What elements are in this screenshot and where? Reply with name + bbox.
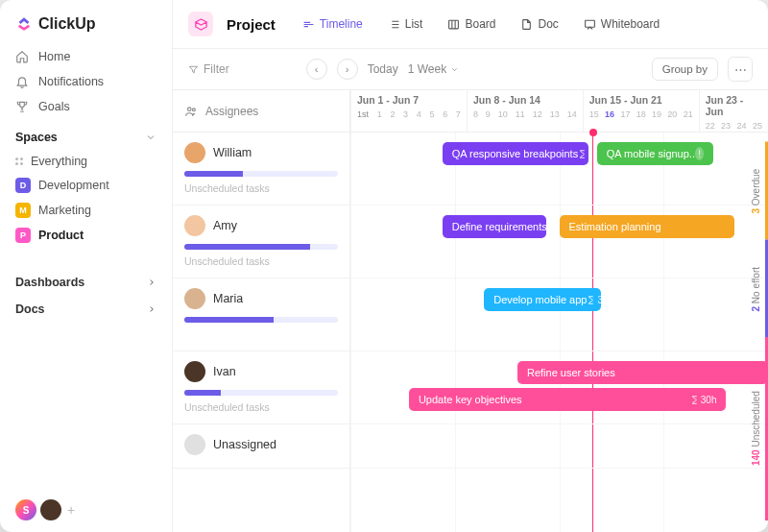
- space-chip-icon: M: [15, 203, 31, 218]
- assignee-header[interactable]: Maria: [184, 288, 338, 309]
- brand-logo[interactable]: ClickUp: [0, 15, 172, 44]
- nav-home[interactable]: Home: [15, 44, 156, 69]
- nav-docs[interactable]: Docs: [15, 296, 156, 323]
- progress-bar: [184, 244, 338, 250]
- assignee-row: AmyUnscheduled tasks: [173, 206, 349, 278]
- task-estimate: 30h: [690, 395, 717, 405]
- assignee-row: Maria: [173, 278, 349, 351]
- unscheduled-label: Unscheduled tasks: [184, 401, 338, 413]
- bell-icon: [15, 75, 29, 88]
- trophy-icon: [15, 100, 29, 113]
- view-list[interactable]: List: [382, 13, 429, 35]
- task-estimate: 30h: [587, 295, 601, 305]
- unscheduled-label: Unscheduled tasks: [184, 255, 338, 267]
- task-bar[interactable]: Estimation planning: [560, 215, 735, 238]
- svg-point-3: [192, 108, 195, 110]
- groupby-button[interactable]: Group by: [652, 58, 718, 81]
- assignees-header: Assignees: [173, 90, 349, 133]
- prev-button[interactable]: ‹: [306, 59, 327, 80]
- user-avatar[interactable]: [40, 499, 61, 520]
- space-chip-icon: D: [15, 178, 31, 193]
- task-bar[interactable]: Define requirements: [443, 215, 547, 238]
- alert-icon: !: [695, 147, 704, 160]
- space-item-marketing[interactable]: MMarketing: [15, 198, 156, 223]
- view-board[interactable]: Board: [442, 13, 501, 35]
- add-user-button[interactable]: +: [67, 502, 75, 518]
- rail-no-effort[interactable]: 2 No effort: [751, 240, 768, 338]
- board-icon: [447, 18, 460, 31]
- rail-overdue[interactable]: 3 Overdue: [751, 142, 768, 240]
- view-whiteboard[interactable]: Whiteboard: [578, 13, 665, 35]
- list-icon: [388, 18, 400, 31]
- avatar: [184, 434, 205, 455]
- task-bar[interactable]: Refine user stories: [517, 361, 768, 384]
- assignee-header[interactable]: William: [184, 142, 338, 163]
- clickup-logo-icon: [15, 15, 33, 33]
- assignee-header[interactable]: Amy: [184, 215, 338, 236]
- timeline-grid: Jun 1 - Jun 71st1234567Jun 8 - Jun 14891…: [350, 90, 768, 532]
- filter-button[interactable]: Filter: [188, 62, 229, 76]
- project-title: Project: [227, 16, 276, 33]
- assignee-row: IvanUnscheduled tasks: [173, 351, 349, 424]
- task-bar[interactable]: QA mobile signup..!: [597, 142, 714, 165]
- user-avatar[interactable]: S: [15, 499, 36, 520]
- view-doc[interactable]: Doc: [515, 13, 564, 35]
- chevron-down-icon: [450, 65, 459, 74]
- avatar: [184, 215, 205, 236]
- task-bar[interactable]: Update key objectives30h: [409, 388, 727, 411]
- view-timeline[interactable]: Timeline: [297, 13, 369, 35]
- svg-point-2: [188, 107, 192, 110]
- brand-name: ClickUp: [38, 15, 96, 33]
- grid-icon: [15, 157, 23, 165]
- doc-icon: [520, 18, 533, 31]
- filter-icon: [188, 64, 199, 75]
- unscheduled-label: Unscheduled tasks: [184, 182, 338, 194]
- week-column: Jun 23 - Jun22232425: [699, 90, 768, 132]
- project-icon: [188, 12, 213, 36]
- more-options-button[interactable]: ⋯: [728, 57, 753, 82]
- week-column: Jun 1 - Jun 71st1234567: [350, 90, 467, 132]
- assignee-row: Unassigned: [173, 424, 349, 469]
- task-estimate: 30h: [578, 149, 588, 159]
- timeline-icon: [302, 18, 315, 31]
- week-column: Jun 8 - Jun 14891011121314: [467, 90, 583, 132]
- space-chip-icon: P: [15, 228, 31, 243]
- range-select[interactable]: 1 Week: [408, 62, 459, 76]
- avatar: [184, 361, 205, 382]
- toolbar: Filter ‹ › Today 1 Week Group by ⋯: [173, 49, 768, 90]
- avatar: [184, 142, 205, 163]
- task-bar[interactable]: Develop mobile app30h: [484, 288, 601, 311]
- assignees-column: Assignees WilliamUnscheduled tasksAmyUns…: [173, 90, 350, 532]
- home-icon: [15, 50, 29, 63]
- topbar: Project Timeline List Board Doc Whiteboa…: [173, 0, 768, 49]
- nav-dashboards[interactable]: Dashboards: [15, 269, 156, 296]
- progress-bar: [184, 390, 338, 396]
- spaces-header[interactable]: Spaces: [0, 119, 172, 150]
- people-icon: [184, 105, 198, 118]
- chevron-down-icon: [145, 132, 156, 143]
- chevron-right-icon: [147, 278, 156, 287]
- chevron-right-icon: [147, 304, 156, 314]
- main-content: Project Timeline List Board Doc Whiteboa…: [173, 0, 768, 532]
- space-everything[interactable]: Everything: [15, 150, 156, 173]
- assignee-row: WilliamUnscheduled tasks: [173, 133, 349, 206]
- assignee-header[interactable]: Ivan: [184, 361, 338, 382]
- rail-unscheduled[interactable]: 140 Unscheduled: [751, 337, 768, 520]
- space-item-development[interactable]: DDevelopment: [15, 173, 156, 198]
- today-button[interactable]: Today: [368, 62, 398, 76]
- sidebar-footer: S +: [0, 499, 172, 520]
- next-button[interactable]: ›: [337, 59, 358, 80]
- nav-goals[interactable]: Goals: [15, 94, 156, 119]
- whiteboard-icon: [584, 18, 596, 31]
- sidebar: ClickUp Home Notifications Goals Spaces: [0, 0, 173, 532]
- progress-bar: [184, 171, 338, 177]
- svg-rect-1: [585, 20, 594, 27]
- space-item-product[interactable]: PProduct: [15, 223, 156, 248]
- assignee-header[interactable]: Unassigned: [184, 434, 338, 455]
- nav-notifications[interactable]: Notifications: [15, 69, 156, 94]
- svg-rect-0: [449, 20, 459, 29]
- avatar: [184, 288, 205, 309]
- progress-bar: [184, 317, 338, 323]
- week-column: Jun 15 - Jun 2115161718192021: [583, 90, 699, 132]
- task-bar[interactable]: QA responsive breakpoints30h: [443, 142, 588, 165]
